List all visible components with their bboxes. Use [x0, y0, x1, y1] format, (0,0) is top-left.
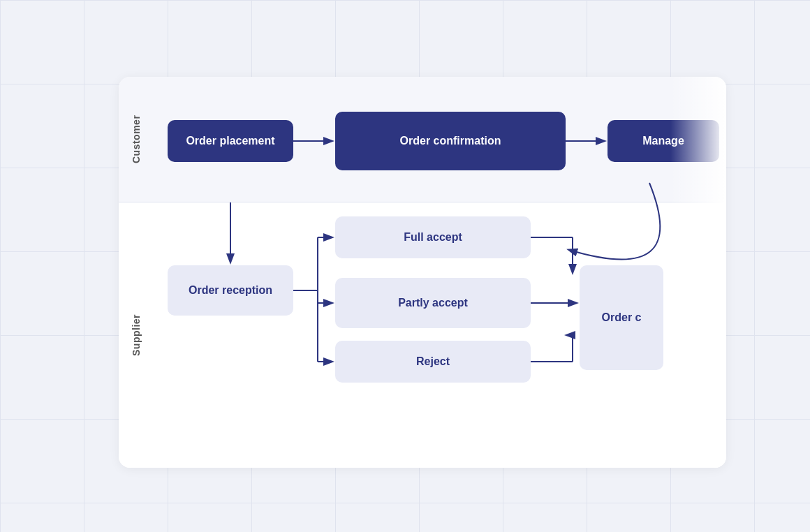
customer-lane: Customer Order placement Order confirmat…: [119, 77, 726, 202]
order-c-node[interactable]: Order c: [580, 265, 663, 370]
partly-accept-node[interactable]: Partly accept: [335, 278, 531, 328]
supplier-lane: Supplier Order reception Full accept Par…: [119, 202, 726, 468]
order-placement-node[interactable]: Order placement: [168, 120, 293, 162]
diagram-container: Customer Order placement Order confirmat…: [119, 77, 726, 468]
customer-lane-label: Customer: [119, 77, 154, 202]
manage-node[interactable]: Manage: [608, 120, 719, 162]
supplier-lane-label: Supplier: [119, 202, 154, 468]
order-reception-node[interactable]: Order reception: [168, 265, 293, 316]
order-confirmation-node[interactable]: Order confirmation: [335, 112, 566, 170]
reject-node[interactable]: Reject: [335, 341, 531, 383]
full-accept-node[interactable]: Full accept: [335, 216, 531, 258]
